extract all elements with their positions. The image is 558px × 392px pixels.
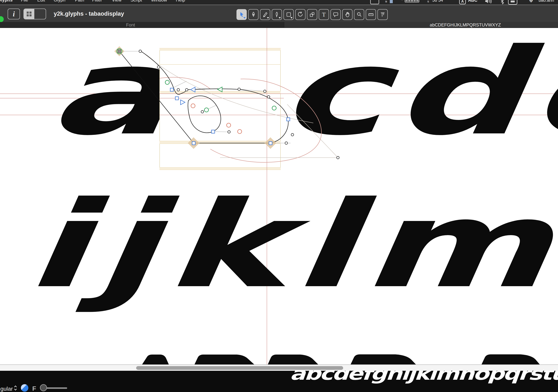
select-tool[interactable] xyxy=(236,9,247,20)
glyphs-app-window: { "menu_bar": { "items": ["Glyphs", "Fil… xyxy=(0,0,558,392)
edit-layer xyxy=(0,28,558,364)
preview-strip: abcdefghijklmnopqrstuvwxyz gular F xyxy=(0,371,558,392)
scale-tool[interactable] xyxy=(307,9,317,20)
magnifier-icon xyxy=(356,12,362,17)
cursor-icon xyxy=(239,12,245,17)
tab-edit-label[interactable]: abCDEFGHIJKLMPQRSTUVWXYZ xyxy=(430,22,501,28)
menu-edit[interactable]: Edit xyxy=(37,0,45,2)
caret-icon xyxy=(243,17,246,19)
cpu-meter-icon[interactable] xyxy=(390,0,393,3)
menu-bar: Glyphs File Edit Glyph Path Filter View … xyxy=(0,0,558,5)
pen-nib-icon xyxy=(251,12,256,17)
window-title-bar: i y2k.glyphs - tabaodisplay xyxy=(0,5,558,22)
menu-path[interactable]: Path xyxy=(75,0,84,2)
glyph-b-outline[interactable] xyxy=(119,51,288,143)
handle-sticks xyxy=(119,51,291,143)
scrollbar-thumb[interactable] xyxy=(136,366,343,370)
bluetooth-icon[interactable] xyxy=(501,0,504,5)
volume-icon[interactable] xyxy=(485,0,492,5)
annotation-tool[interactable] xyxy=(331,9,341,20)
background-bbox-lines xyxy=(141,51,338,158)
view-mode-segmented-control[interactable] xyxy=(24,8,46,19)
rotate-icon xyxy=(297,12,304,17)
status-letter-u: U xyxy=(401,0,403,0)
window-title: y2k.glyphs - tabaodisplay xyxy=(54,5,124,22)
pencil-icon xyxy=(262,12,268,17)
caret-icon xyxy=(290,17,293,19)
menu-glyph[interactable]: Glyph xyxy=(54,0,65,2)
selected-node-highlights xyxy=(114,46,276,149)
menu-script[interactable]: Script xyxy=(131,0,142,2)
hand-icon xyxy=(344,12,350,17)
grid-view-segment[interactable] xyxy=(24,9,34,19)
scale-icon xyxy=(309,12,315,17)
sparkle-icon[interactable]: ❖ xyxy=(529,0,533,4)
caret-icon xyxy=(279,17,281,19)
usage-meter-icon[interactable] xyxy=(405,0,419,2)
user-name[interactable]: bao.anh xyxy=(539,0,554,3)
menu-help[interactable]: Help xyxy=(176,0,185,2)
menu-window[interactable]: Window xyxy=(151,0,167,2)
tab-bar: Font abCDEFGHIJKLMPQRSTUVWXYZ xyxy=(0,22,558,28)
stepper-chevrons-icon xyxy=(14,385,17,391)
preview-size-slider-thumb[interactable] xyxy=(40,384,47,391)
pen-icon xyxy=(274,12,280,17)
preview-contrast-toggle[interactable] xyxy=(21,384,28,392)
traffic-light-green[interactable] xyxy=(0,16,4,22)
instance-stepper[interactable] xyxy=(14,385,17,392)
anchor-nodes[interactable] xyxy=(191,104,242,133)
caret-icon xyxy=(267,17,269,19)
shape-rect-icon xyxy=(286,12,292,17)
tool-palette: T xyxy=(236,9,388,20)
primitives-tool[interactable] xyxy=(283,9,294,20)
menu-view[interactable]: View xyxy=(112,0,122,2)
pen-tool[interactable] xyxy=(272,9,282,20)
status-numbers[interactable]: 56 54 xyxy=(432,0,443,3)
list-view-segment[interactable] xyxy=(34,9,46,19)
menu-file[interactable]: File xyxy=(21,0,28,2)
tab-font[interactable] xyxy=(0,22,284,28)
menu-filter[interactable]: Filter xyxy=(92,0,102,2)
rotate-tool[interactable] xyxy=(295,9,305,20)
flip-preview-button[interactable]: F xyxy=(32,385,36,392)
pencil-tool[interactable] xyxy=(260,9,270,20)
grid-icon xyxy=(27,12,32,17)
display-icon[interactable] xyxy=(508,0,517,5)
tab-font-label[interactable]: Font xyxy=(126,22,135,28)
input-source-label[interactable]: ABC xyxy=(468,0,477,3)
ruler-icon xyxy=(368,12,374,17)
measure-tool[interactable] xyxy=(366,9,376,20)
font-info-button[interactable]: i xyxy=(8,8,20,19)
preview-alphabet: abcdefghijklmnopqrstuvwxyz xyxy=(289,371,558,383)
speech-bubble-icon xyxy=(333,12,339,17)
input-source-icon[interactable]: A xyxy=(459,0,466,4)
horizontal-scrollbar[interactable] xyxy=(0,364,558,371)
tab-edit[interactable] xyxy=(284,22,558,28)
instance-name[interactable]: gular xyxy=(0,386,13,392)
status-letter-n: N xyxy=(427,1,429,3)
metrics-icon xyxy=(380,12,386,17)
text-tool-icon: T xyxy=(322,12,326,17)
smooth-nodes[interactable] xyxy=(165,80,276,112)
glyph-edit-canvas[interactable]: a cde ijklmn xyxy=(0,28,558,364)
hand-tool[interactable] xyxy=(342,9,352,20)
zoom-tool[interactable] xyxy=(354,9,364,20)
keyboard-icon[interactable] xyxy=(370,0,379,4)
metrics-tool[interactable] xyxy=(377,9,388,20)
status-letter-m: M xyxy=(385,1,387,3)
draw-tool[interactable] xyxy=(248,9,259,20)
menu-glyphs[interactable]: Glyphs xyxy=(0,0,12,2)
row3-letter-tops[interactable] xyxy=(142,354,540,364)
text-tool[interactable]: T xyxy=(319,9,329,20)
